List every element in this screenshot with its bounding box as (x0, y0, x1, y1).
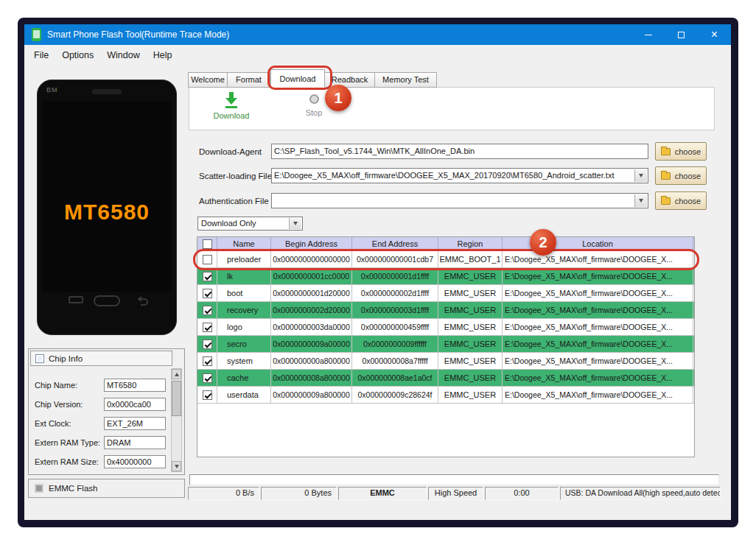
cell-location: E:\Doogee_X5_MAX\off_firmware\DOOGEE_X..… (503, 370, 693, 386)
cell-begin-address: 0x0000000000000000 (271, 251, 352, 267)
auth-file-choose-button[interactable]: choose (655, 191, 707, 210)
cell-begin-address: 0x000000009a800000 (271, 387, 352, 403)
row-checkbox[interactable] (203, 373, 212, 383)
header-end-address[interactable]: End Address (352, 237, 438, 250)
table-header-row: Name Begin Address End Address Region Lo… (197, 237, 694, 251)
phone-image: BM MT6580 (37, 80, 177, 335)
select-all-checkbox[interactable] (203, 239, 212, 249)
cell-location: E:\Doogee_X5_MAX\off_firmware\DOOGEE_X..… (503, 353, 693, 369)
scroll-down-button[interactable] (172, 461, 181, 471)
download-button[interactable]: Download (208, 92, 255, 120)
ram-type-label: Extern RAM Type: (35, 436, 100, 449)
ext-clock-label: Ext Clock: (35, 417, 71, 430)
chip-info-icon (35, 354, 44, 363)
cell-begin-address: 0x0000000009a00000 (271, 336, 352, 352)
tab-download[interactable]: Download (270, 69, 325, 88)
table-row[interactable]: userdata 0x000000009a800000 0x000000009c… (197, 387, 694, 404)
cell-name: userdata (217, 387, 271, 403)
title-bar: Smart Phone Flash Tool(Runtime Trace Mod… (24, 24, 731, 45)
scatter-file-combobox[interactable]: E:\Doogee_X5_MAX\off_firmware\DOOGEE_X5_… (271, 168, 648, 183)
folder-icon (661, 148, 671, 155)
triangle-down-icon (175, 465, 179, 468)
header-name[interactable]: Name (217, 237, 271, 250)
annotation-step-1-badge: 1 (325, 85, 351, 111)
chevron-down-icon[interactable] (634, 194, 647, 207)
window-controls: × (631, 24, 731, 45)
cell-name: preloader (217, 251, 271, 267)
row-checkbox[interactable] (203, 340, 212, 349)
table-row[interactable]: cache 0x000000008a800000 0x000000008ae1a… (197, 370, 694, 387)
chip-info-scrollbar[interactable] (171, 368, 182, 472)
menu-window[interactable]: Window (100, 50, 146, 60)
chevron-down-icon[interactable] (634, 169, 647, 182)
choose-button-label: choose (675, 147, 701, 156)
row-checkbox[interactable] (203, 356, 212, 366)
tab-welcome[interactable]: Welcome (188, 72, 228, 88)
minimize-icon (645, 35, 652, 35)
status-bytes: 0 Bytes (261, 487, 337, 500)
cell-begin-address: 0x000000008a800000 (271, 370, 352, 386)
maximize-icon (678, 32, 685, 38)
table-row[interactable]: logo 0x0000000003da0000 0x000000000459ff… (197, 319, 694, 336)
minimize-button[interactable] (631, 24, 665, 45)
chip-info-title: Chip Info (49, 354, 83, 363)
emmc-flash-header[interactable]: EMMC Flash (28, 479, 185, 498)
cell-end-address: 0x0000000001d1ffff (352, 268, 438, 284)
scatter-file-choose-button[interactable]: choose (655, 166, 707, 185)
window-title: Smart Phone Flash Tool(Runtime Trace Mod… (47, 29, 229, 40)
table-row[interactable]: preloader 0x0000000000000000 0x000000000… (197, 251, 694, 268)
cell-begin-address: 0x0000000001cc0000 (271, 268, 352, 284)
table-row[interactable]: system 0x000000000a800000 0x000000008a7f… (197, 353, 694, 370)
menu-options[interactable]: Options (55, 50, 100, 60)
row-checkbox[interactable] (203, 390, 212, 400)
cell-begin-address: 0x0000000001d20000 (271, 285, 352, 301)
ram-size-value[interactable]: 0x40000000 (104, 455, 166, 468)
scroll-up-button[interactable] (172, 369, 181, 379)
tab-format[interactable]: Format (228, 72, 270, 88)
maximize-button[interactable] (665, 24, 698, 45)
chip-version-value[interactable]: 0x0000ca00 (104, 398, 166, 411)
download-mode-select[interactable]: Download Only (197, 217, 303, 231)
row-checkbox[interactable] (203, 255, 212, 264)
table-row[interactable]: lk 0x0000000001cc0000 0x0000000001d1ffff… (197, 268, 694, 285)
row-checkbox[interactable] (203, 272, 212, 281)
cell-name: secro (217, 336, 271, 352)
choose-button-label: choose (675, 197, 701, 205)
row-checkbox[interactable] (203, 306, 212, 315)
cell-location: E:\Doogee_X5_MAX\off_firmware\DOOGEE_X..… (503, 268, 693, 284)
download-agent-input[interactable]: C:\SP_Flash_Tool_v5.1744_Win\MTK_AllInOn… (271, 144, 648, 159)
row-checkbox[interactable] (203, 323, 212, 332)
scrollbar-thumb[interactable] (172, 381, 181, 416)
chevron-down-icon[interactable] (289, 218, 301, 229)
cell-region: EMMC_USER (438, 302, 503, 318)
toolbar-panel: Download Stop (189, 87, 715, 130)
scatter-file-label: Scatter-loading File (199, 172, 272, 180)
status-storage-type: EMMC (338, 487, 427, 500)
ram-type-value[interactable]: DRAM (104, 436, 166, 449)
chip-name-value[interactable]: MT6580 (104, 379, 166, 392)
stop-icon (309, 94, 319, 104)
chip-name-row: Chip Name: MT6580 (29, 379, 184, 393)
status-bar: 0 B/s 0 Bytes EMMC High Speed 0:00 USB: … (188, 487, 721, 500)
download-arrow-icon (225, 92, 237, 109)
auth-file-combobox[interactable] (271, 193, 648, 208)
cell-end-address: 0x000000000459ffff (352, 319, 438, 335)
table-row[interactable]: boot 0x0000000001d20000 0x0000000002d1ff… (197, 285, 694, 302)
close-icon: × (711, 29, 718, 41)
header-begin-address[interactable]: Begin Address (271, 237, 352, 250)
phone-chip-label: MT6580 (38, 200, 176, 225)
close-button[interactable]: × (698, 24, 731, 45)
cell-location: E:\Doogee_X5_MAX\off_firmware\DOOGEE_X..… (503, 302, 693, 318)
tab-memory-test[interactable]: Memory Test (375, 72, 437, 88)
download-agent-choose-button[interactable]: choose (655, 142, 707, 161)
menu-file[interactable]: File (27, 50, 55, 60)
table-row[interactable]: secro 0x0000000009a00000 0x0000000009fff… (197, 336, 694, 353)
header-region[interactable]: Region (438, 237, 503, 250)
menu-help[interactable]: Help (147, 50, 179, 60)
row-checkbox[interactable] (203, 289, 212, 298)
chip-info-header[interactable]: Chip Info (30, 351, 172, 366)
cell-region: EMMC_USER (438, 319, 503, 335)
cell-end-address: 0x000000009c28624f (352, 387, 438, 403)
ext-clock-value[interactable]: EXT_26M (104, 417, 166, 430)
table-row[interactable]: recovery 0x0000000002d20000 0x0000000003… (197, 302, 694, 319)
